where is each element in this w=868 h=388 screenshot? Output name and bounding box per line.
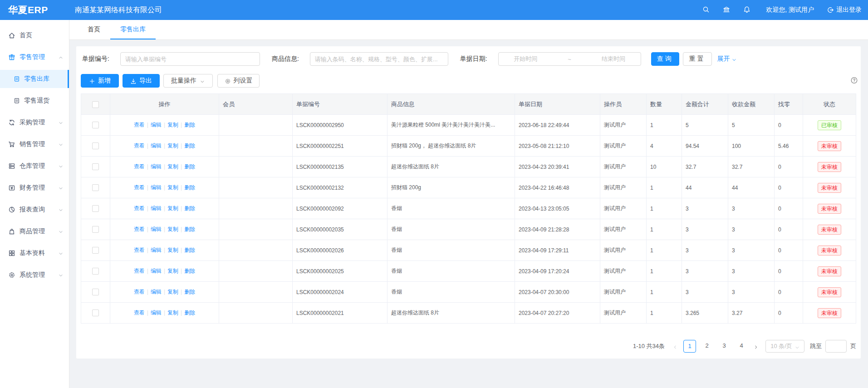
row-action-删除[interactable]: 删除 — [184, 142, 195, 149]
row-action-复制[interactable]: 复制 — [167, 309, 178, 316]
page-number-4[interactable]: 4 — [735, 340, 748, 353]
reset-button[interactable]: 重置 — [683, 52, 712, 66]
cell-qty: 1 — [647, 115, 682, 136]
chevron-left-icon — [672, 344, 678, 349]
row-checkbox[interactable] — [92, 163, 99, 170]
row-checkbox[interactable] — [92, 289, 99, 295]
sidebar-item-采购管理[interactable]: 采购管理 — [0, 113, 69, 132]
cell-date: 2023-04-09 21:28:28 — [515, 219, 600, 240]
next-page-button[interactable] — [750, 340, 762, 353]
row-action-查看[interactable]: 查看 — [134, 247, 145, 253]
row-action-删除[interactable]: 删除 — [184, 289, 195, 295]
help-icon[interactable] — [850, 77, 858, 85]
row-action-编辑[interactable]: 编辑 — [151, 205, 162, 211]
expand-link[interactable]: 展开 — [717, 55, 737, 63]
sidebar-item-销售管理[interactable]: 销售管理 — [0, 135, 69, 153]
row-action-查看[interactable]: 查看 — [134, 163, 145, 170]
page-number-2[interactable]: 2 — [701, 340, 713, 353]
sidebar-item-商品管理[interactable]: 商品管理 — [0, 222, 69, 241]
row-action-复制[interactable]: 复制 — [167, 163, 178, 170]
row-action-复制[interactable]: 复制 — [167, 226, 178, 232]
row-action-复制[interactable]: 复制 — [167, 122, 178, 128]
row-action-编辑[interactable]: 编辑 — [151, 163, 162, 170]
row-action-复制[interactable]: 复制 — [167, 247, 178, 253]
row-checkbox[interactable] — [92, 205, 99, 212]
bank-icon[interactable] — [722, 6, 731, 14]
sidebar-item-财务管理[interactable]: 财务管理 — [0, 179, 69, 197]
row-action-复制[interactable]: 复制 — [167, 184, 178, 191]
cell-change: 0 — [775, 177, 803, 198]
sidebar-item-首页[interactable]: 首页 — [0, 26, 69, 44]
batch-actions-button[interactable]: 批量操作 — [163, 74, 213, 88]
date-range-input[interactable]: 开始时间 ~ 结束时间 — [498, 52, 641, 66]
row-checkbox[interactable] — [92, 268, 99, 275]
row-action-编辑[interactable]: 编辑 — [151, 247, 162, 253]
sidebar-item-零售管理[interactable]: 零售管理 — [0, 48, 69, 66]
tab-零售出库[interactable]: 零售出库 — [110, 20, 156, 39]
row-action-编辑[interactable]: 编辑 — [151, 309, 162, 316]
sidebar-item-仓库管理[interactable]: 仓库管理 — [0, 157, 69, 175]
row-action-复制[interactable]: 复制 — [167, 268, 178, 274]
row-action-删除[interactable]: 删除 — [184, 268, 195, 274]
table-row: 查看|编辑|复制|删除LSCK00000002035香烟2023-04-09 2… — [81, 219, 856, 240]
prev-page-button[interactable] — [669, 340, 681, 353]
bill-no-input[interactable] — [120, 52, 260, 66]
logout-button[interactable]: 退出登录 — [827, 6, 862, 14]
status-badge: 已审核 — [818, 120, 841, 130]
row-action-查看[interactable]: 查看 — [134, 289, 145, 295]
row-checkbox[interactable] — [92, 226, 99, 233]
row-action-查看[interactable]: 查看 — [134, 226, 145, 232]
row-checkbox[interactable] — [92, 184, 99, 191]
sidebar-item-系统管理[interactable]: 系统管理 — [0, 266, 69, 284]
row-action-复制[interactable]: 复制 — [167, 142, 178, 149]
row-action-删除[interactable]: 删除 — [184, 226, 195, 232]
column-settings-button[interactable]: 列设置 — [217, 74, 260, 88]
row-action-删除[interactable]: 删除 — [184, 205, 195, 211]
page-size-select[interactable]: 10 条/页 — [765, 340, 804, 353]
row-action-删除[interactable]: 删除 — [184, 163, 195, 170]
search-button[interactable]: 查询 — [651, 52, 679, 66]
cell-operator: 测试用户 — [600, 198, 647, 219]
row-action-删除[interactable]: 删除 — [184, 247, 195, 253]
cell-paid: 32.7 — [728, 157, 775, 177]
bell-icon[interactable] — [743, 6, 751, 14]
sidebar-item-零售退货[interactable]: 零售退货 — [0, 92, 69, 110]
row-action-查看[interactable]: 查看 — [134, 184, 145, 191]
row-action-查看[interactable]: 查看 — [134, 122, 145, 128]
row-action-编辑[interactable]: 编辑 — [151, 142, 162, 149]
sidebar-item-报表查询[interactable]: 报表查询 — [0, 201, 69, 219]
row-action-编辑[interactable]: 编辑 — [151, 289, 162, 295]
select-all-checkbox[interactable] — [92, 101, 99, 108]
row-action-编辑[interactable]: 编辑 — [151, 226, 162, 232]
row-checkbox[interactable] — [92, 142, 99, 149]
row-action-编辑[interactable]: 编辑 — [151, 268, 162, 274]
row-action-查看[interactable]: 查看 — [134, 142, 145, 149]
row-action-编辑[interactable]: 编辑 — [151, 184, 162, 191]
export-button[interactable]: 导出 — [123, 74, 160, 88]
page-number-1[interactable]: 1 — [683, 340, 696, 353]
sidebar-item-零售出库[interactable]: 零售出库 — [0, 70, 69, 88]
row-checkbox[interactable] — [92, 309, 99, 316]
row-action-复制[interactable]: 复制 — [167, 289, 178, 295]
sidebar-item-label: 报表查询 — [20, 206, 58, 214]
product-info-input[interactable] — [310, 52, 448, 66]
action-separator: | — [164, 247, 165, 253]
row-action-删除[interactable]: 删除 — [184, 309, 195, 316]
row-action-删除[interactable]: 删除 — [184, 184, 195, 191]
tab-首页[interactable]: 首页 — [78, 20, 110, 39]
row-checkbox[interactable] — [92, 247, 99, 254]
row-action-复制[interactable]: 复制 — [167, 205, 178, 211]
row-action-查看[interactable]: 查看 — [134, 205, 145, 211]
search-icon[interactable] — [702, 6, 710, 14]
page-number-3[interactable]: 3 — [718, 340, 731, 353]
sidebar-item-label: 基本资料 — [20, 249, 58, 257]
row-action-编辑[interactable]: 编辑 — [151, 122, 162, 128]
row-action-删除[interactable]: 删除 — [184, 122, 195, 128]
jump-page-input[interactable] — [825, 340, 847, 353]
row-checkbox[interactable] — [92, 122, 99, 128]
row-action-查看[interactable]: 查看 — [134, 268, 145, 274]
add-button[interactable]: 新增 — [81, 74, 119, 88]
sidebar-item-基本资料[interactable]: 基本资料 — [0, 244, 69, 262]
row-action-查看[interactable]: 查看 — [134, 309, 145, 316]
cell-date: 2023-04-07 20:30:00 — [515, 282, 600, 303]
